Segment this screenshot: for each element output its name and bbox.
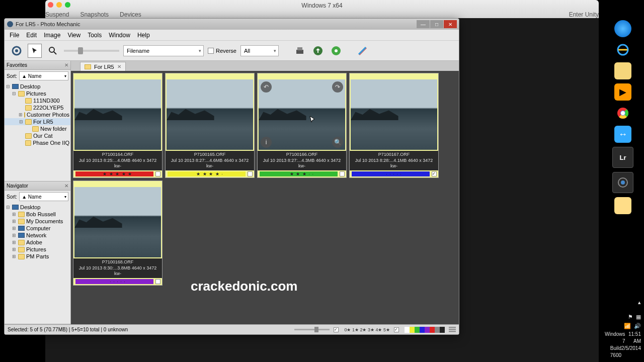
tray-icon[interactable]: ▦	[636, 313, 641, 321]
status-slider[interactable]	[294, 329, 330, 330]
menu-image[interactable]: Image	[44, 32, 60, 39]
tree-item[interactable]: ⊞Bob Russell	[5, 211, 70, 218]
host-menu-devices[interactable]: Devices	[120, 11, 141, 18]
clock-time[interactable]: 11:51 AM	[625, 331, 641, 345]
zoom-tool[interactable]	[46, 44, 60, 58]
thumbnail-card[interactable]: P7100167.ORFJul 10 2013 8:28:...4.1MB 46…	[349, 73, 439, 178]
navigator-close-icon[interactable]: ✕	[64, 183, 68, 189]
tag-checkbox[interactable]	[432, 171, 437, 176]
color-tool-icon[interactable]	[355, 44, 369, 58]
thumbnail-card[interactable]: P7100168.ORFJul 10 2013 8:30:...3.8MB 46…	[73, 180, 163, 286]
menubar: File Edit Image View Tools Window Help	[5, 30, 459, 41]
sticky-note-icon[interactable]	[614, 197, 631, 214]
gear-icon[interactable]	[10, 44, 24, 58]
thumbnail-card[interactable]: P7100165.ORFJul 10 2013 8:27:...4.6MB 46…	[165, 73, 255, 178]
host-menu-suspend[interactable]: Suspend	[45, 11, 69, 18]
network-icon[interactable]: 📶	[624, 322, 631, 330]
tag-checkbox[interactable]	[340, 171, 345, 176]
lightroom-icon[interactable]: Lr	[612, 147, 633, 168]
tab-for-lr5[interactable]: For LR5✕	[80, 62, 126, 71]
tree-item[interactable]: ⊞Computer	[5, 225, 70, 232]
flag-icon[interactable]: ⚑	[628, 313, 633, 321]
tag-checkbox[interactable]	[155, 171, 160, 176]
thumbnail-card[interactable]: ↶↷i🔍P7100166.ORFJul 10 2013 8:27:...4.3M…	[257, 73, 347, 178]
print-icon[interactable]	[293, 44, 307, 58]
rating-stars[interactable]: ★ ★ ★ ★ ·	[196, 171, 223, 176]
loupe-icon[interactable]: 🔍	[332, 137, 343, 148]
thumbnail-image[interactable]	[74, 79, 161, 150]
menu-help[interactable]: Help	[137, 32, 150, 39]
thumbnail-image[interactable]	[74, 187, 161, 257]
tree-item[interactable]: ⊟Pictures	[5, 90, 70, 97]
favorites-close-icon[interactable]: ✕	[64, 62, 68, 68]
thumbnail-image[interactable]	[167, 79, 253, 150]
zoom-slider[interactable]	[64, 50, 119, 52]
start-orb-icon[interactable]	[614, 20, 631, 37]
color-filter-check[interactable]	[394, 327, 399, 332]
menu-view[interactable]: View	[67, 32, 80, 39]
media-player-icon[interactable]: ▶	[614, 83, 631, 101]
menu-file[interactable]: File	[10, 32, 19, 39]
rating-stars[interactable]: · · · · ·	[386, 171, 402, 176]
thumbnail-meta: P7100166.ORFJul 10 2013 8:27:...4.3MB 46…	[258, 151, 346, 170]
menu-window[interactable]: Window	[109, 32, 130, 39]
explorer-icon[interactable]	[614, 62, 631, 79]
favorites-sort-dropdown[interactable]: ▲ Name	[19, 71, 68, 80]
tree-item[interactable]: ⊟Desktop	[5, 83, 70, 90]
thumbnail-details: Jul 10 2013 8:30:...3.8MB 4640 x 3472	[74, 265, 161, 272]
tree-item[interactable]: New folder	[5, 125, 70, 132]
pointer-tool[interactable]	[28, 44, 42, 58]
filter-dropdown[interactable]: All	[240, 45, 279, 56]
rating-stars[interactable]: ★ ★ ★ ★ ★	[103, 171, 132, 176]
maximize-button[interactable]: □	[430, 20, 443, 28]
rotate-left-icon[interactable]: ↶	[261, 81, 272, 93]
tree-item[interactable]: Our Cat	[5, 132, 70, 139]
thumbnail-card[interactable]: P7100164.ORFJul 10 2013 8:25:...4.0MB 46…	[73, 73, 163, 178]
tree-item[interactable]: ⊞Adobe	[5, 239, 70, 246]
navigator-sort-dropdown[interactable]: ▲ Name	[19, 192, 68, 201]
status-check[interactable]	[334, 327, 339, 332]
host-menu-unity[interactable]: Enter Unity	[569, 11, 599, 18]
tree-item[interactable]: 222OLYEP5	[5, 104, 70, 111]
thumbnail-image[interactable]: ↶↷i🔍	[259, 79, 345, 150]
color-swatches[interactable]	[405, 327, 445, 333]
host-menu-snapshots[interactable]: Snapshots	[80, 11, 109, 18]
clock-date[interactable]: 2/5/2014	[621, 345, 641, 359]
close-button[interactable]: ✕	[444, 20, 457, 28]
minimize-button[interactable]: —	[417, 20, 430, 28]
rating-stars[interactable]: · · · · ·	[110, 279, 126, 284]
teamviewer-icon[interactable]: ↔	[614, 126, 631, 143]
thumbnail-filename: P7100167.ORF	[351, 152, 437, 158]
tree-item[interactable]: ⊟For LR5	[5, 118, 70, 125]
photo-mechanic-icon[interactable]	[612, 172, 633, 193]
rotate-right-icon[interactable]: ↷	[332, 81, 343, 93]
star-filter[interactable]: 0★ 1★ 2★ 3★ 4★ 5★	[344, 327, 390, 332]
rating-stars[interactable]: ★ ★ ★ · ·	[290, 171, 314, 176]
menu-tools[interactable]: Tools	[88, 32, 102, 39]
sort-field-dropdown[interactable]: Filename	[123, 45, 204, 56]
tree-item[interactable]: ⊞Pictures	[5, 246, 70, 253]
thumbnail-image[interactable]	[351, 79, 437, 150]
tag-checkbox[interactable]	[248, 171, 253, 176]
tree-item[interactable]: ⊞PM Parts	[5, 253, 70, 260]
upload-icon[interactable]	[311, 44, 325, 58]
tree-item[interactable]: ⊟Desktop	[5, 204, 70, 211]
tree-item[interactable]: ⊞Customer Photos	[5, 111, 70, 118]
tree-item[interactable]: ⊞My Documents	[5, 218, 70, 225]
tree-item[interactable]: Phase One IIQ	[5, 139, 70, 146]
tree-item[interactable]: 111ND300	[5, 97, 70, 104]
tag-checkbox[interactable]	[155, 279, 160, 284]
svg-rect-13	[297, 47, 302, 50]
tree-item[interactable]: ⊞Network	[5, 232, 70, 239]
ie-icon[interactable]	[614, 41, 631, 58]
info-icon[interactable]: i	[261, 137, 272, 148]
volume-icon[interactable]: 🔊	[634, 322, 641, 330]
burn-icon[interactable]	[329, 44, 343, 58]
app-icon	[7, 21, 14, 28]
menu-edit[interactable]: Edit	[26, 32, 37, 39]
chrome-icon[interactable]	[614, 105, 631, 122]
reverse-checkbox[interactable]: Reverse	[208, 48, 236, 54]
tab-close-icon[interactable]: ✕	[117, 64, 121, 69]
titlebar[interactable]: For LR5 - Photo Mechanic — □ ✕	[5, 19, 459, 30]
grid-toggle-icon[interactable]	[449, 327, 456, 333]
